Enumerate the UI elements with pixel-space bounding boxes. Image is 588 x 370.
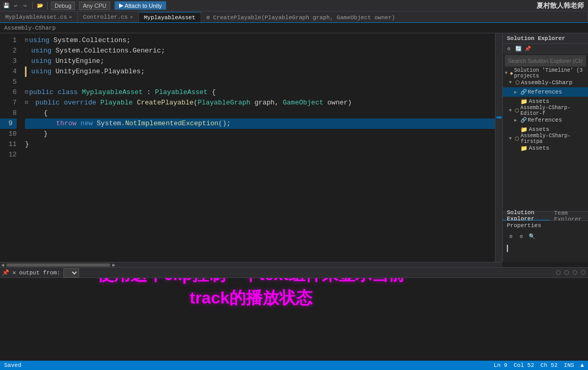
status-ins: INS	[564, 362, 574, 368]
tab-myplayableasset-cs[interactable]: MyplayableAsset.cs ✕	[0, 12, 78, 22]
se-tool-icon-3[interactable]: 📌	[524, 45, 532, 53]
collapse-icon[interactable]: ⊟	[25, 35, 28, 46]
kw-using: using	[31, 46, 51, 56]
code-line-1: ⊟ using System.Collections;	[25, 35, 495, 46]
scroll-left-arrow[interactable]: ◀	[1, 262, 4, 268]
tab-label: Controller.cs	[83, 14, 128, 20]
se-tab-team-explorer[interactable]: Team Explorer	[550, 212, 588, 221]
code-line-3: using UnityEngine;	[25, 56, 495, 67]
props-icon-2[interactable]: ⚙	[517, 232, 526, 241]
props-icon-1[interactable]: ⚙	[507, 232, 515, 241]
subtitle-text: 使用这个clip控制一个text组件来显示当前 track的播放状态	[0, 278, 502, 310]
se-item-label: Solution 'Timeline' (3 projects	[514, 68, 588, 79]
se-tabs: Solution Explorer Team Explorer	[503, 211, 588, 220]
se-item-references[interactable]: ▶ 🔗 References	[503, 87, 588, 97]
se-tool-icon-2[interactable]: 🔄	[514, 45, 522, 53]
cpu-button[interactable]: Any CPU	[79, 2, 110, 10]
se-item-solution[interactable]: ▼ ◆ Solution 'Timeline' (3 projects	[503, 69, 588, 78]
se-item-label: References	[528, 89, 562, 95]
undo-icon[interactable]: ↩	[11, 2, 20, 10]
code-line-8: {	[25, 108, 495, 118]
status-col: Col 52	[514, 362, 534, 368]
tab-close-icon[interactable]: ✕	[69, 14, 72, 20]
bottom-tool-icon-3[interactable]: ⬡	[572, 269, 578, 276]
project-icon: ⬡	[515, 80, 520, 86]
se-item-label: References	[528, 117, 562, 123]
status-ch: Ch 52	[541, 362, 558, 368]
folder-icon: 📁	[520, 145, 528, 152]
code-line-5	[25, 77, 495, 87]
line-num: 1	[0, 35, 17, 46]
references-icon: 🔗	[520, 117, 527, 123]
bottom-close-icon[interactable]: ✕	[12, 269, 16, 276]
se-item-assets-3[interactable]: 📁 Assets	[503, 143, 588, 153]
references-icon: 🔗	[520, 89, 527, 95]
se-item-assembly-firstpa[interactable]: ▼ ⬡ Assembly-CSharp-firstpa	[503, 134, 588, 143]
properties-title: Properties	[503, 221, 588, 230]
line-num: 7	[0, 98, 17, 108]
line-num: 8	[0, 108, 17, 118]
tab-close-icon[interactable]: ✕	[130, 14, 133, 20]
redo-icon[interactable]: ↪	[21, 2, 29, 10]
bottom-tool-icon-2[interactable]: ⬡	[564, 269, 569, 276]
toolbar-icons: 💾 ↩ ↪ 📂 Debug Any CPU ▶ Attach to Unity	[2, 1, 166, 10]
save-icon[interactable]: 💾	[2, 2, 10, 10]
play-icon: ▶	[119, 2, 123, 9]
se-tab-solution-explorer[interactable]: Solution Explorer	[503, 212, 550, 221]
bottom-panel: 📌 ✕ output from: ⬡ ⬡ ⬡ ⬡ 使用这个clip控制一个tex…	[0, 267, 588, 324]
line-num: 6	[0, 87, 17, 98]
horizontal-scrollbar[interactable]: ◀ ▶	[0, 262, 502, 267]
status-scroll-up[interactable]: ▲	[580, 362, 584, 368]
project-icon: ⬡	[515, 136, 519, 142]
watermark-text: 夏村散人韩老师	[537, 1, 584, 10]
tab-controller-cs[interactable]: Controller.cs ✕	[78, 12, 139, 22]
scroll-thumb[interactable]	[6, 263, 110, 267]
props-icon-3[interactable]: 🔍	[528, 232, 536, 241]
line-num: 2	[0, 46, 17, 56]
collapse-icon[interactable]: ⊟	[25, 87, 28, 98]
output-label: output from:	[19, 270, 60, 276]
se-search-bar	[503, 54, 588, 68]
bottom-tool-icon-1[interactable]: ⬡	[556, 269, 561, 276]
kw-using: using	[29, 35, 49, 46]
se-tool-icon-1[interactable]: ⚙	[505, 45, 513, 53]
props-toolbar: ⚙ ⚙ 🔍	[503, 230, 588, 243]
tab-myplayableasset[interactable]: MyplayableAsset	[139, 12, 201, 22]
folder-icon: 📁	[520, 126, 528, 133]
se-search-input[interactable]	[505, 55, 586, 67]
debug-button[interactable]: Debug	[51, 2, 75, 10]
se-item-label: Assets	[529, 126, 550, 133]
code-area[interactable]: ⊟ using System.Collections; using System…	[21, 33, 495, 262]
bottom-toolbar: 📌 ✕ output from: ⬡ ⬡ ⬡ ⬡	[0, 268, 588, 278]
se-item-references-2[interactable]: ▶ 🔗 References	[503, 115, 588, 125]
attach-unity-label: Attach to Unity	[125, 3, 162, 9]
se-item-assembly-csharp[interactable]: ▼ ⬡ Assembly-CSharp	[503, 78, 588, 87]
breadcrumb-item: Assembly-CSharp	[4, 25, 56, 31]
bottom-content: 使用这个clip控制一个text组件来显示当前 track的播放状态	[0, 278, 588, 324]
line-num: 10	[0, 129, 17, 139]
se-item-label: Assembly-CSharp	[521, 80, 572, 86]
tab-createplayable[interactable]: ⚙ CreatePlayable(PlayableGraph graph, Ga…	[201, 12, 588, 22]
line-num: 12	[0, 150, 17, 160]
scroll-right-arrow[interactable]: ▶	[112, 262, 115, 268]
se-item-assembly-editor[interactable]: ▼ ⬡ Assembly-CSharp-Editor-f	[503, 106, 588, 115]
kw-using: using	[31, 56, 51, 67]
se-item-label: Assembly-CSharp-firstpa	[520, 133, 588, 144]
status-ln: Ln 9	[494, 362, 507, 368]
se-item-label: Assets	[529, 98, 550, 104]
expand-icon: ▼	[509, 136, 514, 141]
open-icon[interactable]: 📂	[36, 2, 44, 10]
bottom-pin-icon[interactable]: 📌	[2, 269, 9, 276]
toolbar: 💾 ↩ ↪ 📂 Debug Any CPU ▶ Attach to Unity …	[0, 0, 588, 11]
se-item-label: Assets	[529, 145, 550, 151]
scroll-gutter	[495, 33, 502, 262]
output-source-select[interactable]	[63, 268, 79, 278]
attach-unity-button[interactable]: ▶ Attach to Unity	[114, 1, 167, 10]
solution-explorer: Solution Explorer ⚙ 🔄 📌 ▼ ◆ Solution 'Ti…	[502, 33, 588, 262]
collapse-icon[interactable]: ⊟	[25, 98, 28, 108]
expand-icon: ▼	[509, 80, 514, 85]
bottom-tool-icon-4[interactable]: ⬡	[581, 269, 586, 276]
properties-content	[503, 243, 588, 254]
code-line-2: using System.Collections.Generic;	[25, 46, 495, 56]
subtitle-line1: 使用这个clip控制一个text组件来显示当前	[0, 278, 502, 286]
